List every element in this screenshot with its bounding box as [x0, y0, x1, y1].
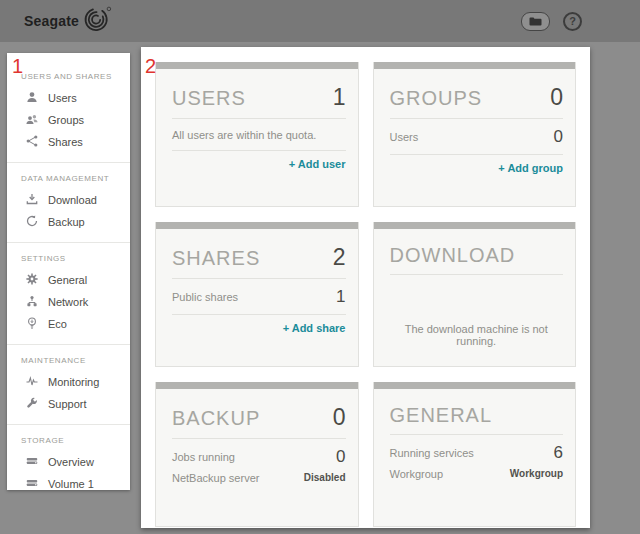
add-group-link[interactable]: + Add group [390, 162, 564, 174]
row-value: 1 [336, 287, 345, 307]
card-row: Workgroup Workgroup [390, 463, 564, 484]
seagate-logo: Seagate [24, 6, 112, 37]
divider [390, 274, 564, 275]
row-label: Public shares [172, 291, 238, 303]
card-title: GENERAL [390, 404, 493, 427]
sidebar-section-header: SETTINGS [21, 254, 122, 263]
sidebar-item-download[interactable]: Download [21, 189, 122, 211]
row-label: NetBackup server [172, 472, 259, 484]
user-icon [26, 91, 38, 105]
card-drag-handle[interactable] [156, 62, 358, 69]
sidebar-item-label: General [48, 274, 87, 286]
card-drag-handle[interactable] [374, 222, 576, 229]
sidebar-item-label: Monitoring [48, 376, 99, 388]
card-users: USERS 1 All users are within the quota. … [155, 62, 359, 207]
sidebar-item-label: Backup [48, 216, 85, 228]
card-general: GENERAL Running services 6 Workgroup Wor… [373, 382, 577, 527]
seagate-spiral-icon [82, 6, 112, 37]
card-drag-handle[interactable] [374, 62, 576, 69]
card-title: USERS [172, 87, 246, 110]
divider [172, 438, 346, 439]
card-drag-handle[interactable] [156, 222, 358, 229]
divider [172, 314, 346, 315]
sidebar-section-header: USERS AND SHARES [21, 72, 122, 81]
download-icon [26, 193, 38, 207]
sidebar-item-users[interactable]: Users [21, 87, 122, 109]
sidebar-item-overview[interactable]: Overview [21, 451, 122, 473]
card-message: The download machine is not running. [390, 323, 564, 347]
sidebar-item-network[interactable]: Network [21, 291, 122, 313]
topbar-actions: ? [521, 12, 582, 31]
card-groups: GROUPS 0 Users 0 + Add group [373, 62, 577, 207]
card-row: Running services 6 [390, 442, 564, 463]
sidebar-item-label: Overview [48, 456, 94, 468]
row-value: 0 [554, 127, 563, 147]
network-icon [26, 295, 38, 309]
sidebar-item-shares[interactable]: Shares [21, 131, 122, 153]
card-drag-handle[interactable] [156, 382, 358, 389]
card-row: Users 0 [390, 126, 564, 147]
sidebar-item-groups[interactable]: Groups [21, 109, 122, 131]
sidebar-item-support[interactable]: Support [21, 393, 122, 415]
brand-text: Seagate [24, 13, 79, 29]
sidebar-item-volume-1[interactable]: Volume 1 [21, 473, 122, 495]
sidebar-section-header: MAINTENANCE [21, 356, 122, 365]
card-value: 0 [550, 84, 563, 111]
sidebar-item-eco[interactable]: Eco [21, 313, 122, 335]
question-mark-icon: ? [569, 15, 576, 27]
pulse-icon [26, 375, 38, 389]
sidebar-item-label: Eco [48, 318, 67, 330]
card-grid: USERS 1 All users are within the quota. … [155, 62, 576, 527]
lightbulb-icon [26, 317, 38, 331]
file-browser-button[interactable] [521, 12, 550, 31]
sidebar-item-label: Support [48, 398, 87, 410]
card-row: Jobs running 0 [172, 446, 346, 467]
card-shares: SHARES 2 Public shares 1 + Add share [155, 222, 359, 367]
sidebar-item-label: Users [48, 92, 77, 104]
card-title: BACKUP [172, 407, 260, 430]
group-icon [26, 113, 38, 127]
dashboard-panel: USERS 1 All users are within the quota. … [141, 47, 590, 528]
drive-icon [26, 477, 38, 491]
sidebar-section-users-and-shares: USERS AND SHARES Users Groups Shares [7, 61, 130, 162]
card-drag-handle[interactable] [374, 382, 576, 389]
sidebar-item-label: Network [48, 296, 88, 308]
divider [390, 434, 564, 435]
folder-icon [529, 12, 542, 30]
help-button[interactable]: ? [563, 12, 582, 31]
add-share-link[interactable]: + Add share [172, 322, 346, 334]
sync-icon [26, 215, 38, 229]
card-title: GROUPS [390, 87, 483, 110]
sidebar-section-data-management: DATA MANAGEMENT Download Backup [7, 162, 130, 242]
divider [390, 154, 564, 155]
divider [390, 118, 564, 119]
topbar: Seagate ? [0, 0, 640, 42]
sidebar-item-label: Shares [48, 136, 83, 148]
sidebar-section-storage: STORAGE Overview Volume 1 [7, 424, 130, 504]
sidebar-section-settings: SETTINGS General Network Eco [7, 242, 130, 344]
sidebar-item-label: Download [48, 194, 97, 206]
divider [172, 118, 346, 119]
card-row: Public shares 1 [172, 286, 346, 307]
card-value: 1 [333, 84, 346, 111]
gear-icon [26, 273, 38, 287]
row-label: Workgroup [390, 468, 444, 480]
sidebar: USERS AND SHARES Users Groups Shares DAT… [7, 53, 130, 490]
sidebar-item-general[interactable]: General [21, 269, 122, 291]
sidebar-item-label: Groups [48, 114, 84, 126]
wrench-icon [26, 397, 38, 411]
sidebar-section-maintenance: MAINTENANCE Monitoring Support [7, 344, 130, 424]
add-user-link[interactable]: + Add user [172, 158, 346, 170]
sidebar-item-monitoring[interactable]: Monitoring [21, 371, 122, 393]
card-value: 0 [333, 404, 346, 431]
row-value: 6 [554, 443, 563, 463]
drive-icon [26, 455, 38, 469]
card-value: 2 [333, 244, 346, 271]
row-value: Disabled [304, 472, 346, 483]
row-label: Running services [390, 447, 474, 459]
sidebar-item-backup[interactable]: Backup [21, 211, 122, 233]
share-icon [26, 135, 38, 149]
card-row: NetBackup server Disabled [172, 467, 346, 488]
annotation-2: 2 [145, 55, 156, 78]
sidebar-item-label: Volume 1 [48, 478, 94, 490]
